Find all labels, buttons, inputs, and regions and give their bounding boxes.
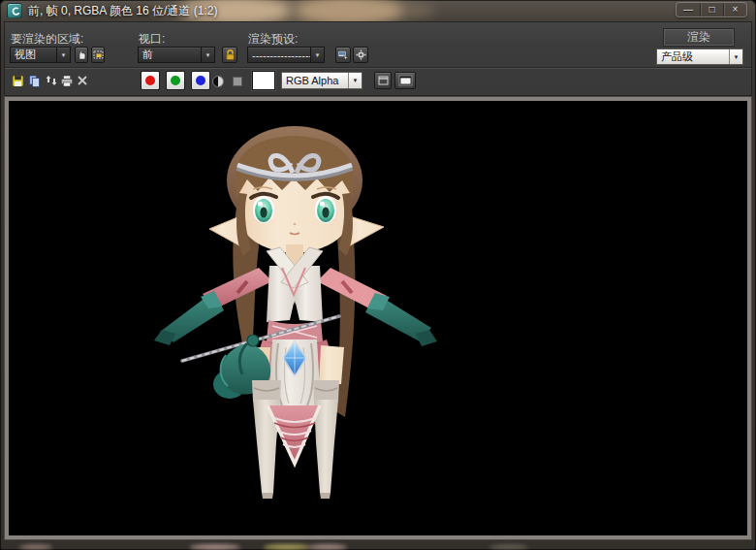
window-title: 前, 帧 0, RGBA 颜色 16 位/通道 (1:2) — [28, 3, 217, 19]
double-arrows-icon — [45, 75, 58, 86]
chevron-down-icon: ▼ — [348, 73, 362, 88]
glass-highlight — [308, 544, 347, 550]
environment-settings-button[interactable] — [353, 47, 368, 63]
hand-icon — [77, 49, 87, 60]
titlebar[interactable]: 前, 帧 0, RGBA 颜色 16 位/通道 (1:2) — □ × — [0, 0, 756, 21]
clear-x-icon — [77, 75, 88, 86]
red-channel-button[interactable] — [141, 71, 160, 90]
chevron-down-icon: ▼ — [310, 48, 324, 62]
monochrome-button[interactable] — [212, 76, 224, 87]
render-mode-dropdown[interactable]: 产品级 ▼ — [656, 49, 743, 65]
rendered-frame-window: 前, 帧 0, RGBA 颜色 16 位/通道 (1:2) — □ × 要渲染的… — [0, 0, 756, 550]
edit-region-button[interactable] — [75, 47, 88, 63]
printer-icon — [60, 75, 74, 87]
window-app-icon — [7, 3, 22, 18]
channel-display-dropdown[interactable]: RGB Alpha ▼ — [281, 72, 362, 89]
chevron-down-icon: ▼ — [201, 48, 214, 62]
area-to-render-dropdown[interactable]: 视图 ▼ — [10, 47, 71, 63]
minimize-button[interactable]: — — [677, 3, 700, 16]
background-color-swatch[interactable] — [252, 71, 275, 90]
alpha-channel-button[interactable] — [233, 77, 242, 86]
glass-highlight — [489, 544, 528, 550]
display-toolbar: RGB Alpha ▼ — [5, 67, 751, 96]
glass-highlight — [19, 544, 52, 550]
chevron-down-icon: ▼ — [56, 48, 70, 62]
region-icon — [93, 49, 104, 60]
monitor-arrow-icon — [337, 49, 349, 60]
render-canvas[interactable] — [9, 101, 747, 535]
lock-icon — [225, 49, 236, 61]
glass-blur — [296, 0, 402, 21]
window-controls: — □ × — [676, 2, 747, 17]
toggle-ui-button[interactable] — [394, 72, 416, 89]
copy-image-button[interactable] — [27, 73, 42, 88]
glass-highlight — [264, 544, 310, 550]
viewport-label: 视口: — [139, 31, 165, 48]
clone-rendered-frame-window-button[interactable] — [44, 73, 58, 88]
close-button[interactable]: × — [723, 3, 746, 16]
auto-region-button[interactable] — [91, 47, 105, 63]
blue-channel-button[interactable] — [191, 71, 210, 90]
floppy-disk-icon — [12, 75, 24, 87]
render-preset-label: 渲染预设: — [248, 31, 298, 48]
copy-pages-icon — [28, 75, 41, 87]
render-frame — [4, 96, 752, 540]
gear-icon — [356, 49, 366, 60]
render-button[interactable]: 渲染 — [664, 29, 734, 46]
viewport-lock-button[interactable] — [222, 47, 237, 63]
window-panel-icon — [398, 75, 413, 86]
chevron-down-icon: ▼ — [729, 49, 742, 64]
blue-channel-icon — [196, 76, 205, 85]
render-setup-button[interactable] — [335, 47, 351, 63]
small-window-icon — [378, 76, 389, 85]
glass-highlight — [190, 544, 240, 550]
green-channel-icon — [171, 76, 180, 85]
area-to-render-label: 要渲染的区域: — [11, 31, 83, 48]
teapot-swirl-icon — [9, 5, 22, 18]
viewport-dropdown[interactable]: 前 ▼ — [138, 47, 215, 63]
toolbar-panel: 要渲染的区域: 视口: 渲染预设: 视图 ▼ 前 ▼ — [4, 21, 752, 96]
print-image-button[interactable] — [59, 73, 74, 88]
save-image-button[interactable] — [11, 73, 25, 88]
green-channel-button[interactable] — [166, 71, 185, 90]
toggle-ui-overlays-button[interactable] — [374, 72, 392, 89]
maximize-button[interactable]: □ — [700, 3, 723, 16]
render-preset-dropdown[interactable]: -------------------- ▼ — [247, 47, 325, 63]
clear-button[interactable] — [75, 73, 89, 88]
rendered-character — [9, 101, 747, 535]
red-channel-icon — [145, 76, 155, 85]
